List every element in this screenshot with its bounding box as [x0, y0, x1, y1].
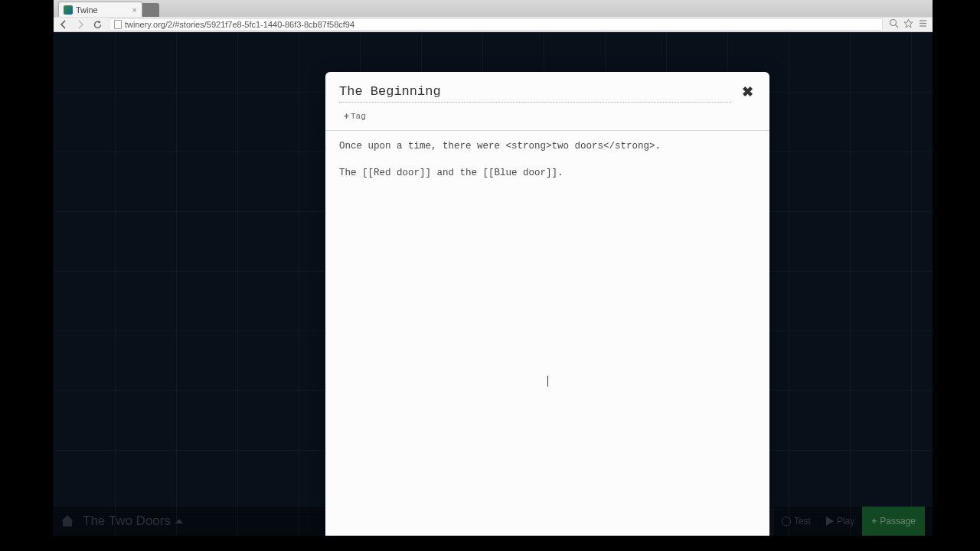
plus-icon: + — [871, 516, 877, 527]
passage-title-input[interactable] — [339, 83, 731, 103]
passage-editor-modal: ✖ + Tag Once upon a time, there were <st… — [325, 72, 769, 536]
browser-toolbar: twinery.org/2/#stories/5921f7e8-5fc1-144… — [54, 17, 933, 32]
modal-header: ✖ + Tag — [325, 72, 769, 130]
text-cursor — [547, 376, 548, 386]
browser-tab[interactable]: Twine × — [58, 2, 142, 17]
editor-content: Once upon a time, there were <strong>two… — [339, 141, 661, 178]
test-button[interactable]: Test — [774, 507, 818, 536]
add-tag-button[interactable]: + Tag — [344, 111, 366, 122]
add-passage-label: Passage — [880, 516, 916, 527]
favicon-icon — [64, 5, 73, 15]
play-label: Play — [837, 516, 854, 527]
svg-point-0 — [890, 20, 897, 26]
plus-icon: + — [344, 111, 349, 122]
add-passage-button[interactable]: + Passage — [862, 507, 925, 536]
browser-window: Twine × twinery.org/2/#stories/5921f7e8-… — [54, 0, 933, 536]
new-tab-button[interactable] — [141, 3, 159, 17]
back-button[interactable] — [58, 19, 69, 30]
browser-tab-strip: Twine × — [54, 0, 933, 17]
passage-body-editor[interactable]: Once upon a time, there were <strong>two… — [325, 131, 769, 536]
story-menu-caret-icon[interactable] — [175, 519, 183, 523]
close-modal-button[interactable]: ✖ — [739, 84, 756, 101]
bug-icon — [782, 517, 791, 526]
tag-label: Tag — [351, 112, 366, 121]
tab-close-icon[interactable]: × — [132, 5, 137, 15]
toolbar-right — [889, 18, 928, 31]
play-icon — [826, 517, 834, 526]
twine-app: The Two Doors Test Play — [54, 32, 933, 536]
svg-line-1 — [896, 25, 899, 28]
forward-button[interactable] — [75, 19, 86, 30]
menu-icon[interactable] — [918, 18, 928, 31]
url-text: twinery.org/2/#stories/5921f7e8-5fc1-144… — [125, 20, 354, 29]
home-icon[interactable] — [61, 516, 74, 527]
play-button[interactable]: Play — [818, 507, 862, 536]
tab-title: Twine — [76, 5, 98, 15]
zoom-icon[interactable] — [889, 18, 899, 31]
story-title[interactable]: The Two Doors — [83, 514, 171, 529]
address-bar[interactable]: twinery.org/2/#stories/5921f7e8-5fc1-144… — [109, 18, 883, 31]
test-label: Test — [794, 516, 811, 527]
reload-button[interactable] — [92, 19, 103, 30]
page-icon — [114, 20, 122, 29]
bookmark-star-icon[interactable] — [903, 18, 913, 31]
